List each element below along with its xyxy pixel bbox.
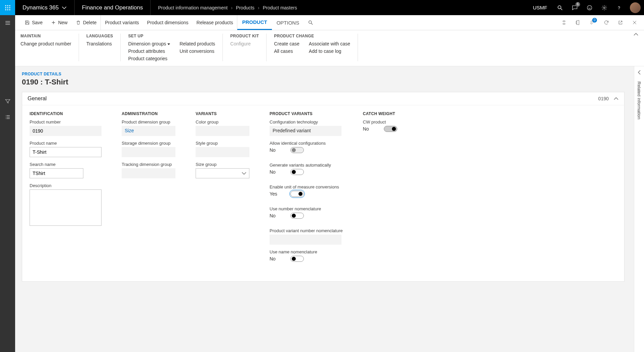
svg-point-9: [558, 6, 561, 9]
settings-button[interactable]: [597, 0, 612, 15]
product-dimensions-button[interactable]: Product dimensions: [143, 15, 193, 30]
field-label: Generate variants automatically: [270, 163, 343, 168]
filter-icon: [5, 98, 11, 104]
product-dimension-group-input[interactable]: Size: [122, 126, 175, 136]
all-cases-link[interactable]: All cases: [274, 48, 299, 54]
generate-variants-toggle[interactable]: [290, 169, 304, 175]
pvnn-input[interactable]: [270, 235, 341, 245]
action-search-button[interactable]: [304, 15, 317, 30]
toggle-value: No: [363, 126, 374, 132]
new-label: New: [58, 20, 68, 25]
smiley-icon: [587, 5, 593, 11]
svg-rect-3: [5, 7, 6, 8]
product-attributes-link[interactable]: Product attributes: [128, 48, 170, 54]
chevron-left-icon: [637, 70, 642, 75]
related-info-label[interactable]: Related information: [637, 81, 642, 119]
search-button[interactable]: [553, 0, 567, 15]
svg-point-11: [587, 5, 592, 10]
search-name-input[interactable]: [30, 168, 83, 178]
storage-dimension-group-input[interactable]: [122, 147, 175, 157]
collapse-ribbon-button[interactable]: [633, 32, 639, 38]
allow-identical-toggle[interactable]: [290, 147, 304, 153]
feedback-button[interactable]: [582, 0, 597, 15]
chevron-down-icon: [62, 5, 67, 10]
page-title: 0190 : T-Shirt: [22, 78, 634, 86]
associate-case-link[interactable]: Associate with case: [309, 41, 350, 46]
section-title: PRODUCT VARIANTS: [270, 111, 343, 116]
field-label: Style group: [196, 141, 249, 146]
new-button[interactable]: New: [47, 15, 72, 30]
product-variants-section: PRODUCT VARIANTS Configuration technolog…: [270, 111, 343, 271]
help-button[interactable]: ?: [612, 0, 627, 15]
close-icon: [632, 20, 637, 25]
chevron-up-icon: [613, 96, 619, 101]
breadcrumb-item[interactable]: Product masters: [263, 5, 297, 10]
app-launcher[interactable]: [0, 0, 15, 15]
product-categories-link[interactable]: Product categories: [128, 56, 170, 61]
help-icon: ?: [616, 5, 622, 11]
search-icon: [308, 20, 313, 25]
cw-product-toggle[interactable]: [384, 126, 397, 132]
unit-conversions-link[interactable]: Unit conversions: [179, 48, 215, 54]
delete-button[interactable]: Delete: [72, 15, 101, 30]
dimension-groups-link[interactable]: Dimension groups: [128, 41, 170, 46]
tracking-dimension-group-input[interactable]: [122, 168, 175, 178]
breadcrumb-item[interactable]: Product information management: [158, 5, 228, 10]
svg-rect-6: [5, 9, 6, 10]
color-group-input[interactable]: [196, 126, 249, 136]
hamburger-icon: [5, 20, 11, 26]
close-button[interactable]: [628, 15, 641, 30]
change-product-number-link[interactable]: Change product number: [21, 41, 71, 46]
filter-button[interactable]: [5, 98, 11, 105]
save-button[interactable]: Save: [21, 15, 47, 30]
general-header[interactable]: General 0190: [22, 92, 624, 105]
refresh-button[interactable]: [600, 15, 613, 30]
product-name-input[interactable]: [30, 147, 102, 157]
company-picker[interactable]: USMF: [528, 5, 553, 10]
group-title: PRODUCT CHANGE: [274, 34, 350, 38]
create-case-link[interactable]: Create case: [274, 41, 299, 46]
related-products-link[interactable]: Related products: [179, 41, 215, 46]
section-title: IDENTIFICATION: [30, 111, 102, 116]
config-technology-input[interactable]: Predefined variant: [270, 126, 341, 136]
gear-icon: [601, 5, 607, 11]
general-card: General 0190 IDENTIFICATION Product numb…: [22, 92, 625, 282]
toggle-value: No: [270, 169, 280, 175]
use-number-nomenclature-toggle[interactable]: [290, 213, 304, 219]
page-content: PRODUCT DETAILS 0190 : T-Shirt General 0…: [15, 66, 634, 352]
group-title: LANGUAGES: [86, 34, 113, 38]
style-group-input[interactable]: [196, 147, 249, 157]
tab-product[interactable]: PRODUCT: [237, 15, 272, 30]
enable-uom-toggle[interactable]: [290, 191, 304, 197]
svg-rect-2: [9, 5, 10, 6]
product-number-input[interactable]: [30, 126, 102, 136]
description-input[interactable]: [30, 189, 102, 226]
attachments-button[interactable]: 0: [586, 15, 599, 30]
user-avatar[interactable]: [630, 2, 641, 13]
svg-line-10: [561, 8, 562, 10]
administration-section: ADMINISTRATION Product dimension group S…: [122, 111, 175, 183]
diamond-icon: [561, 20, 567, 25]
messages-button[interactable]: 6: [567, 0, 582, 15]
list-button[interactable]: [5, 114, 11, 121]
product-variants-button[interactable]: Product variants: [101, 15, 143, 30]
breadcrumb-item[interactable]: Products: [236, 5, 254, 10]
release-products-button[interactable]: Release products: [193, 15, 238, 30]
dataverse-button[interactable]: [557, 15, 571, 30]
office-button[interactable]: [571, 15, 585, 30]
expand-related-button[interactable]: [637, 70, 642, 76]
svg-point-12: [589, 7, 589, 7]
popout-button[interactable]: [614, 15, 627, 30]
brand-dropdown[interactable]: Dynamics 365: [15, 0, 75, 15]
tab-options[interactable]: OPTIONS: [272, 15, 304, 30]
module-name[interactable]: Finance and Operations: [75, 0, 151, 15]
field-label: Enable unit of measure conversions: [270, 184, 343, 189]
related-info-rail: Related information: [634, 66, 644, 352]
nav-expand-button[interactable]: [5, 20, 11, 27]
group-setup: SET UP Dimension groups Product attribut…: [121, 34, 223, 61]
notif-badge: 6: [575, 2, 580, 7]
use-name-nomenclature-toggle[interactable]: [290, 256, 304, 262]
add-case-log-link[interactable]: Add to case log: [309, 48, 350, 54]
field-label: Configuration technology: [270, 119, 343, 125]
translations-link[interactable]: Translations: [86, 41, 112, 46]
